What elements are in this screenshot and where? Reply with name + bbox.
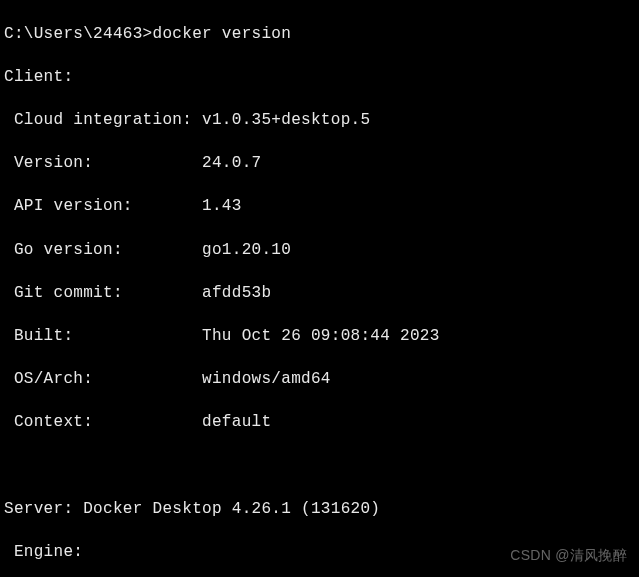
terminal-output[interactable]: C:\Users\24463>docker version Client: Cl…	[0, 0, 639, 577]
label: OS/Arch:	[4, 370, 202, 388]
value: default	[202, 413, 271, 431]
label: Git commit:	[4, 284, 202, 302]
value: Thu Oct 26 09:08:44 2023	[202, 327, 440, 345]
client-header: Client:	[4, 67, 635, 89]
label: Built:	[4, 327, 202, 345]
label: Go version:	[4, 241, 202, 259]
label: API version:	[4, 197, 202, 215]
server-header: Server: Docker Desktop 4.26.1 (131620)	[4, 499, 635, 521]
command: docker version	[153, 25, 292, 43]
prompt: C:\Users\24463>	[4, 25, 153, 43]
value: afdd53b	[202, 284, 271, 302]
value: go1.20.10	[202, 241, 291, 259]
label: Context:	[4, 413, 202, 431]
value: 24.0.7	[202, 154, 261, 172]
value: 1.43	[202, 197, 242, 215]
watermark: CSDN @清风挽醉	[510, 546, 627, 565]
label: Version:	[4, 154, 202, 172]
label: Cloud integration:	[4, 111, 202, 129]
value: windows/amd64	[202, 370, 331, 388]
value: v1.0.35+desktop.5	[202, 111, 370, 129]
